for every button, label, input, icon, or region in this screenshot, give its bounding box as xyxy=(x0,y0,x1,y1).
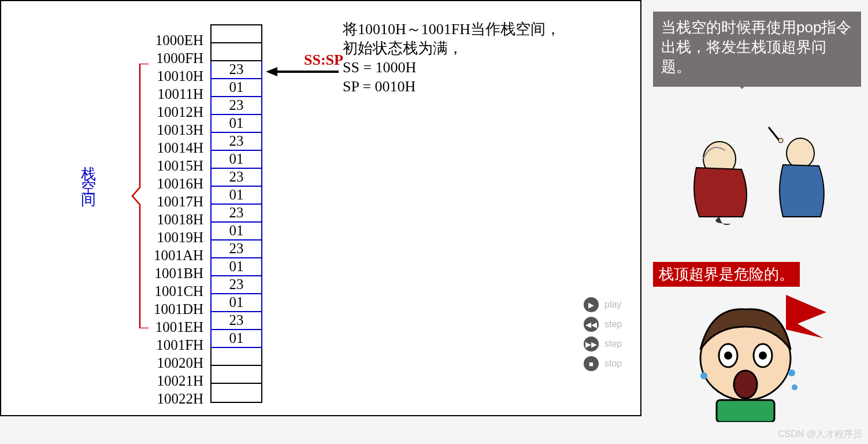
memory-cell xyxy=(212,25,261,43)
memory-cell: 01 xyxy=(210,330,262,348)
memory-cell: 23 xyxy=(210,312,262,330)
memory-cell xyxy=(212,43,261,61)
step-forward-button[interactable]: ▶▶step xyxy=(584,336,622,352)
step-back-button[interactable]: ◀◀step xyxy=(584,317,622,332)
address-label: 10016H xyxy=(154,175,203,193)
memory-cell: 23 xyxy=(210,97,262,115)
sidebar: 当栈空的时候再使用pop指令出栈，将发生栈顶超界问题。 xyxy=(653,12,861,87)
address-label: 1000EH xyxy=(154,31,203,49)
desc-line4: SP = 0010H xyxy=(343,77,561,96)
warning-box: 栈顶超界是危险的。 xyxy=(653,262,800,287)
shocked-boy-illustration xyxy=(676,289,832,422)
desc-line3: SS = 1000H xyxy=(343,58,561,77)
watermark: CSDN @人才程序员 xyxy=(778,428,862,441)
address-label: 10014H xyxy=(154,139,203,157)
play-icon: ▶ xyxy=(584,297,599,312)
memory-cell: 23 xyxy=(210,276,262,294)
svg-marker-6 xyxy=(786,295,826,338)
pointer-arrow xyxy=(265,66,340,77)
address-column: 1000EH1000FH10010H10011H10012H10013H1001… xyxy=(154,31,203,408)
svg-point-3 xyxy=(787,138,814,168)
memory-cell xyxy=(212,384,261,402)
svg-point-11 xyxy=(759,352,767,360)
memory-cell: 01 xyxy=(210,187,262,205)
memory-cell: 01 xyxy=(210,151,262,169)
memory-cell xyxy=(212,366,261,384)
memory-table: 23012301230123012301230123012301 xyxy=(210,24,262,403)
svg-rect-16 xyxy=(717,400,774,422)
description-block: 将10010H～1001FH当作栈空间， 初始状态栈为满， SS = 1000H… xyxy=(343,20,561,96)
speech-bubble: 当栈空的时候再使用pop指令出栈，将发生栈顶超界问题。 xyxy=(653,12,861,87)
address-label: 1001AH xyxy=(154,246,203,264)
address-label: 1001EH xyxy=(154,318,203,336)
memory-cell: 23 xyxy=(210,61,262,79)
svg-point-14 xyxy=(788,369,795,376)
svg-point-9 xyxy=(724,352,732,360)
address-label: 10021H xyxy=(154,372,203,390)
svg-marker-1 xyxy=(266,67,277,76)
memory-cell: 01 xyxy=(210,223,262,240)
memory-cell: 01 xyxy=(210,258,262,276)
slide-panel: 栈空间 1000EH1000FH10010H10011H10012H10013H… xyxy=(0,0,641,416)
svg-point-12 xyxy=(734,371,757,398)
memory-cell: 01 xyxy=(210,79,262,97)
address-label: 10018H xyxy=(154,210,203,228)
memory-cell: 01 xyxy=(210,294,262,312)
svg-point-15 xyxy=(792,384,797,390)
stop-icon: ■ xyxy=(584,356,599,371)
memory-cell: 23 xyxy=(210,205,262,223)
play-button[interactable]: ▶play xyxy=(584,297,622,312)
stack-bracket xyxy=(131,64,151,328)
monks-illustration xyxy=(667,124,850,225)
address-label: 10011H xyxy=(154,85,203,103)
stack-space-label: 栈空间 xyxy=(78,154,98,193)
address-label: 1001FH xyxy=(154,336,203,354)
rewind-icon: ◀◀ xyxy=(584,317,599,332)
address-label: 1001CH xyxy=(154,282,203,300)
address-label: 10013H xyxy=(154,121,203,139)
address-label: 10017H xyxy=(154,193,203,210)
address-label: 10010H xyxy=(154,67,203,85)
address-label: 10022H xyxy=(154,390,203,408)
desc-line1: 将10010H～1001FH当作栈空间， xyxy=(343,20,561,39)
memory-cell: 23 xyxy=(210,240,262,258)
address-label: 10019H xyxy=(154,228,203,246)
address-label: 10012H xyxy=(154,103,203,121)
address-label: 1001BH xyxy=(154,264,203,282)
memory-cell: 23 xyxy=(210,133,262,151)
forward-icon: ▶▶ xyxy=(584,336,599,352)
playback-controls: ▶play ◀◀step ▶▶step ■stop xyxy=(584,297,622,376)
address-label: 10015H xyxy=(154,157,203,175)
memory-cell xyxy=(212,348,261,366)
memory-cell: 23 xyxy=(210,169,262,187)
address-label: 10020H xyxy=(154,354,203,372)
svg-point-13 xyxy=(700,372,707,379)
desc-line2: 初始状态栈为满， xyxy=(343,39,561,58)
address-label: 1001DH xyxy=(154,300,203,318)
address-label: 1000FH xyxy=(154,49,203,67)
stop-button[interactable]: ■stop xyxy=(584,356,622,371)
svg-point-5 xyxy=(778,138,783,143)
memory-cell: 01 xyxy=(210,115,262,133)
